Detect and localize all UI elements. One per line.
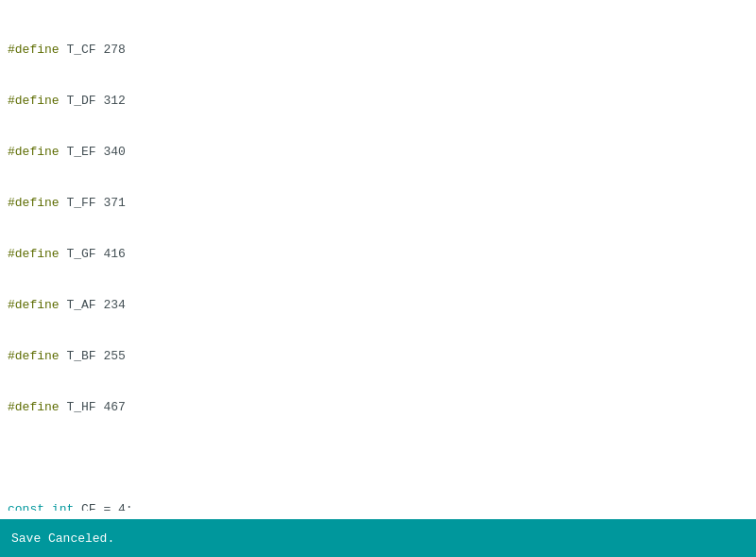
code-editor[interactable]: #define T_CF 278 #define T_DF 312 #defin… bbox=[0, 0, 756, 511]
status-bar: Save Canceled. bbox=[0, 519, 756, 557]
status-text: Save Canceled. bbox=[11, 531, 114, 546]
